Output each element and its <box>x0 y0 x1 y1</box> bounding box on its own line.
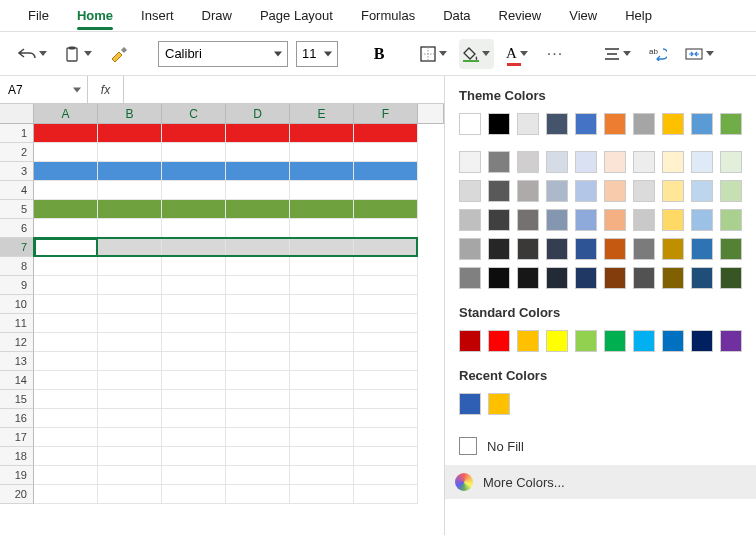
cell-C7[interactable] <box>162 238 226 257</box>
cell-F4[interactable] <box>354 181 418 200</box>
cell-E16[interactable] <box>290 409 354 428</box>
cell-D12[interactable] <box>226 333 290 352</box>
cell-D16[interactable] <box>226 409 290 428</box>
cell-F6[interactable] <box>354 219 418 238</box>
undo-button[interactable] <box>14 39 51 69</box>
theme-shade-4-1[interactable] <box>488 267 510 289</box>
cell-A3[interactable] <box>34 162 98 181</box>
standard-color-3[interactable] <box>546 330 568 352</box>
cell-D14[interactable] <box>226 371 290 390</box>
cell-F16[interactable] <box>354 409 418 428</box>
cell-C10[interactable] <box>162 295 226 314</box>
theme-shade-3-8[interactable] <box>691 238 713 260</box>
theme-color-1[interactable] <box>488 113 510 135</box>
cell-A9[interactable] <box>34 276 98 295</box>
theme-shade-3-1[interactable] <box>488 238 510 260</box>
cell-A15[interactable] <box>34 390 98 409</box>
theme-shade-1-3[interactable] <box>546 180 568 202</box>
cell-D3[interactable] <box>226 162 290 181</box>
cell-C16[interactable] <box>162 409 226 428</box>
cell-A5[interactable] <box>34 200 98 219</box>
cell-E10[interactable] <box>290 295 354 314</box>
cell-B19[interactable] <box>98 466 162 485</box>
cell-D1[interactable] <box>226 124 290 143</box>
cell-E6[interactable] <box>290 219 354 238</box>
row-header-8[interactable]: 8 <box>0 257 34 276</box>
cell-D5[interactable] <box>226 200 290 219</box>
theme-shade-0-8[interactable] <box>691 151 713 173</box>
theme-shade-2-7[interactable] <box>662 209 684 231</box>
theme-shade-0-3[interactable] <box>546 151 568 173</box>
theme-shade-3-3[interactable] <box>546 238 568 260</box>
theme-shade-0-6[interactable] <box>633 151 655 173</box>
row-header-16[interactable]: 16 <box>0 409 34 428</box>
column-header-C[interactable]: C <box>162 104 226 124</box>
theme-color-4[interactable] <box>575 113 597 135</box>
standard-color-7[interactable] <box>662 330 684 352</box>
name-box[interactable]: A7 <box>0 76 88 103</box>
cell-F2[interactable] <box>354 143 418 162</box>
cell-B18[interactable] <box>98 447 162 466</box>
row-header-11[interactable]: 11 <box>0 314 34 333</box>
standard-color-8[interactable] <box>691 330 713 352</box>
borders-button[interactable] <box>416 39 451 69</box>
standard-color-0[interactable] <box>459 330 481 352</box>
cell-C19[interactable] <box>162 466 226 485</box>
theme-shade-0-0[interactable] <box>459 151 481 173</box>
cell-C12[interactable] <box>162 333 226 352</box>
recent-color-0[interactable] <box>459 393 481 415</box>
font-family-select[interactable]: Calibri <box>158 41 288 67</box>
standard-color-4[interactable] <box>575 330 597 352</box>
cell-F13[interactable] <box>354 352 418 371</box>
theme-shade-0-7[interactable] <box>662 151 684 173</box>
cell-B20[interactable] <box>98 485 162 504</box>
theme-shade-4-8[interactable] <box>691 267 713 289</box>
cell-A13[interactable] <box>34 352 98 371</box>
cell-B17[interactable] <box>98 428 162 447</box>
cell-C5[interactable] <box>162 200 226 219</box>
align-button[interactable] <box>600 39 635 69</box>
cell-F14[interactable] <box>354 371 418 390</box>
theme-shade-1-5[interactable] <box>604 180 626 202</box>
theme-shade-0-1[interactable] <box>488 151 510 173</box>
cell-B4[interactable] <box>98 181 162 200</box>
theme-shade-3-6[interactable] <box>633 238 655 260</box>
row-header-14[interactable]: 14 <box>0 371 34 390</box>
cell-E19[interactable] <box>290 466 354 485</box>
cell-F10[interactable] <box>354 295 418 314</box>
tab-review[interactable]: Review <box>485 2 556 29</box>
row-header-6[interactable]: 6 <box>0 219 34 238</box>
cell-B16[interactable] <box>98 409 162 428</box>
cell-E14[interactable] <box>290 371 354 390</box>
cell-B10[interactable] <box>98 295 162 314</box>
theme-shade-1-2[interactable] <box>517 180 539 202</box>
cell-A14[interactable] <box>34 371 98 390</box>
tab-data[interactable]: Data <box>429 2 484 29</box>
tab-view[interactable]: View <box>555 2 611 29</box>
cell-C4[interactable] <box>162 181 226 200</box>
theme-shade-4-6[interactable] <box>633 267 655 289</box>
cell-C8[interactable] <box>162 257 226 276</box>
cell-E3[interactable] <box>290 162 354 181</box>
theme-shade-1-0[interactable] <box>459 180 481 202</box>
tab-draw[interactable]: Draw <box>188 2 246 29</box>
cell-E7[interactable] <box>290 238 354 257</box>
cell-A12[interactable] <box>34 333 98 352</box>
theme-shade-2-0[interactable] <box>459 209 481 231</box>
cell-E1[interactable] <box>290 124 354 143</box>
cell-F3[interactable] <box>354 162 418 181</box>
row-header-1[interactable]: 1 <box>0 124 34 143</box>
theme-color-2[interactable] <box>517 113 539 135</box>
tab-help[interactable]: Help <box>611 2 666 29</box>
cell-D2[interactable] <box>226 143 290 162</box>
theme-shade-1-7[interactable] <box>662 180 684 202</box>
theme-shade-3-9[interactable] <box>720 238 742 260</box>
cell-B1[interactable] <box>98 124 162 143</box>
standard-color-1[interactable] <box>488 330 510 352</box>
cell-E20[interactable] <box>290 485 354 504</box>
cell-D19[interactable] <box>226 466 290 485</box>
theme-shade-1-8[interactable] <box>691 180 713 202</box>
cell-F11[interactable] <box>354 314 418 333</box>
cell-D18[interactable] <box>226 447 290 466</box>
theme-shade-1-4[interactable] <box>575 180 597 202</box>
